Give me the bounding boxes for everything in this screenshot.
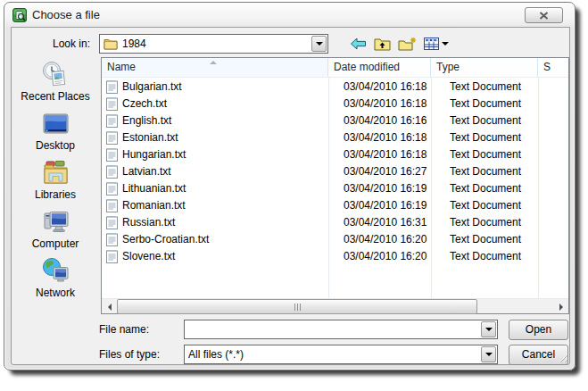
app-icon [12,8,27,22]
file-row[interactable]: Lithuanian.txt 03/04/2010 16:19 Text Doc… [102,179,568,196]
file-date-modified: 03/04/2010 16:18 [328,80,431,93]
text-file-icon [106,164,118,179]
scroll-left-button[interactable] [102,299,117,314]
file-date-modified: 03/04/2010 16:18 [328,148,431,161]
libraries-icon [41,158,70,187]
file-date-modified: 03/04/2010 16:18 [328,131,431,144]
look-in-dropdown-button[interactable] [311,36,327,52]
file-name: Estonian.txt [122,131,178,144]
file-type: Text Document [431,250,538,262]
text-file-icon [106,215,118,229]
files-of-type-label: Files of type: [99,348,160,361]
file-name: Bulgarian.txt [122,80,182,93]
new-folder-icon [398,37,417,51]
chevron-down-icon [485,328,493,331]
back-arrow-icon [350,37,367,50]
sidebar-item-label: Computer [32,237,79,250]
up-one-level-button[interactable] [374,35,391,53]
file-name-combobox[interactable] [184,320,498,339]
file-row[interactable]: Czech.txt 03/04/2010 16:18 Text Document [102,95,568,112]
text-file-icon [106,113,118,128]
column-header-size[interactable]: S [538,58,568,77]
chevron-down-icon [485,353,493,356]
file-type: Text Document [431,216,538,229]
window-title: Choose a file [32,8,100,21]
close-button[interactable] [525,7,563,23]
sidebar-item-label: Desktop [36,139,75,152]
column-header-type[interactable]: Type [431,58,538,77]
open-button[interactable]: Open [509,320,568,340]
file-row[interactable]: English.txt 03/04/2010 16:16 Text Docume… [102,112,568,129]
scroll-left-icon [108,304,112,311]
sidebar-item-computer[interactable]: Computer [13,206,97,251]
file-row[interactable]: Russian.txt 03/04/2010 16:31 Text Docume… [102,213,568,230]
file-type: Text Document [431,199,538,212]
file-name: Latvian.txt [122,165,171,178]
file-date-modified: 03/04/2010 16:27 [328,165,431,178]
text-file-icon [106,249,118,263]
text-file-icon [106,79,118,94]
new-folder-button[interactable] [398,35,417,53]
sidebar-item-label: Libraries [35,188,76,201]
sidebar-item-desktop[interactable]: Desktop [13,108,97,153]
sidebar-item-network[interactable]: Network [13,255,97,300]
file-type: Text Document [431,182,538,195]
chevron-down-icon [316,42,323,46]
up-folder-icon [374,37,391,51]
column-separator [538,78,539,298]
text-file-icon [106,96,118,111]
choose-file-dialog: Choose a file Look in: 1984 [4,2,576,370]
resize-grip-icon[interactable] [557,352,568,363]
file-name-input[interactable] [187,321,497,337]
file-name: Serbo-Croatian.txt [122,233,209,245]
look-in-label: Look in: [37,37,90,50]
file-row[interactable]: Romanian.txt 03/04/2010 16:19 Text Docum… [102,196,568,213]
text-file-icon [106,130,118,145]
column-header-name[interactable]: Name [102,58,328,77]
files-of-type-dropdown-button[interactable] [481,346,496,362]
sidebar-item-libraries[interactable]: Libraries [13,157,97,202]
view-menu-button[interactable] [424,35,449,53]
file-date-modified: 03/04/2010 16:31 [328,216,431,229]
file-row[interactable]: Bulgarian.txt 03/04/2010 16:18 Text Docu… [102,78,568,95]
back-button[interactable] [350,35,367,53]
file-name-dropdown-button[interactable] [481,321,496,337]
look-in-combobox[interactable]: 1984 [99,34,328,54]
file-row[interactable]: Hungarian.txt 03/04/2010 16:18 Text Docu… [102,146,568,162]
horizontal-scrollbar[interactable] [102,298,568,313]
files-of-type-combobox[interactable]: All files (*.*) [184,345,498,364]
text-file-icon [106,198,118,212]
recent-places-icon [41,60,70,89]
text-file-icon [106,147,118,162]
sort-ascending-icon [210,61,217,64]
file-name-label: File name: [99,323,149,336]
places-sidebar: Recent Places Desktop [13,59,97,304]
title-bar[interactable]: Choose a file [4,3,575,27]
sidebar-item-label: Recent Places [21,90,89,103]
file-name: Slovene.txt [122,250,175,262]
file-row[interactable]: Slovene.txt 03/04/2010 16:20 Text Docume… [102,247,568,264]
file-row[interactable]: Latvian.txt 03/04/2010 16:27 Text Docume… [102,162,568,179]
column-separator [328,78,329,298]
folder-icon [104,37,118,50]
file-date-modified: 03/04/2010 16:19 [328,182,431,195]
file-date-modified: 03/04/2010 16:18 [328,97,431,110]
file-row[interactable]: Estonian.txt 03/04/2010 16:18 Text Docum… [102,129,568,146]
network-icon [41,256,70,286]
file-name: Czech.txt [122,97,167,110]
sidebar-item-recent-places[interactable]: Recent Places [13,59,97,104]
text-file-icon [106,181,118,196]
view-menu-icon [424,37,439,50]
file-name: Russian.txt [122,216,175,229]
desktop-icon [41,109,70,138]
file-type: Text Document [431,80,538,93]
file-type: Text Document [431,148,538,161]
file-type: Text Document [431,233,538,245]
column-header-date-modified[interactable]: Date modified [328,58,431,77]
dialog-body: Look in: 1984 [11,27,570,365]
look-in-value: 1984 [122,37,146,50]
scrollbar-thumb[interactable] [117,299,477,314]
scroll-right-button[interactable] [553,299,568,314]
file-row[interactable]: Serbo-Croatian.txt 03/04/2010 16:20 Text… [102,230,568,247]
file-type: Text Document [431,131,538,144]
